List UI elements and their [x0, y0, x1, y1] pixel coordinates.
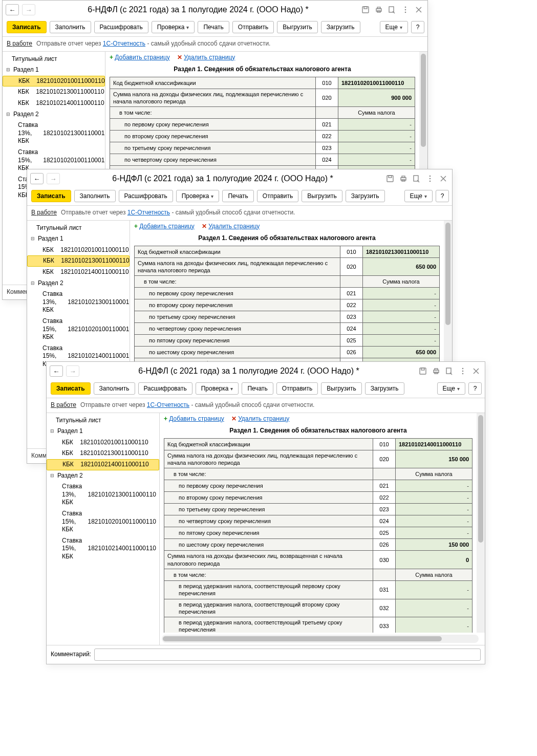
report-status[interactable]: В работе — [7, 40, 32, 48]
kbk-value[interactable]: 18210102130011000110 — [363, 246, 440, 257]
add-page-link[interactable]: Добавить страницу — [139, 223, 194, 230]
sum-total-value[interactable]: 150 000 — [396, 450, 472, 468]
sidebar-kbk-b[interactable]: КБК 18210102130011000110 — [3, 87, 105, 98]
nav-forward-button[interactable]: → — [66, 365, 79, 377]
print-button[interactable]: Печать — [198, 21, 229, 33]
sidebar-title-page[interactable]: Титульный лист — [27, 223, 130, 234]
nav-back-button[interactable]: ← — [30, 173, 44, 184]
cell[interactable]: - — [396, 599, 472, 617]
more-button[interactable]: Еще▾ — [404, 190, 433, 202]
decrypt-button[interactable]: Расшифровать — [119, 190, 173, 202]
cell[interactable]: - — [396, 492, 472, 504]
srok6-value[interactable]: 150 000 — [396, 539, 472, 551]
sum-total-value[interactable]: 650 000 — [363, 257, 440, 276]
cell[interactable]: - — [396, 527, 472, 539]
fill-button[interactable]: Заполнить — [74, 190, 116, 202]
sidebar-kbk-c[interactable]: КБК 18210102140011000110 — [3, 98, 105, 109]
import-button[interactable]: Загрузить — [365, 382, 404, 395]
preview-icon[interactable] — [388, 5, 397, 14]
check-button[interactable]: Проверка▾ — [152, 21, 195, 33]
cell[interactable]: - — [396, 515, 472, 527]
save-icon[interactable] — [361, 5, 370, 14]
nav-forward-button[interactable]: → — [47, 173, 60, 184]
horizontal-scrollbar[interactable] — [162, 635, 479, 643]
srok6-value[interactable]: 650 000 — [363, 347, 440, 358]
decrypt-button[interactable]: Расшифровать — [94, 21, 148, 33]
import-button[interactable]: Загрузить — [321, 21, 360, 33]
kbk-value[interactable]: 18210102010011000110 — [338, 77, 415, 89]
cell[interactable]: - — [338, 119, 415, 131]
import-button[interactable]: Загрузить — [346, 190, 385, 202]
collapse-icon[interactable]: ⊟ — [6, 68, 11, 73]
help-button[interactable]: ? — [436, 190, 449, 202]
cell[interactable]: - — [363, 323, 440, 335]
cell[interactable]: - — [363, 311, 440, 323]
write-button[interactable]: Записать — [31, 190, 71, 202]
kbk-value[interactable]: 18210102140011000110 — [396, 438, 472, 450]
save-icon[interactable] — [418, 366, 427, 376]
sidebar-rate15-a[interactable]: Ставка 15%, КБК18210102010011000110 — [47, 508, 159, 535]
cell[interactable]: - — [396, 617, 472, 633]
decrypt-button[interactable]: Расшифровать — [138, 382, 192, 395]
sidebar-title-page[interactable]: Титульный лист — [3, 54, 105, 65]
preview-icon[interactable] — [445, 366, 454, 376]
more-button[interactable]: Еще▾ — [437, 382, 465, 395]
sum-total-value[interactable]: 900 000 — [338, 89, 415, 107]
sidebar-rate15-a[interactable]: Ставка 15%, КБК18210102010011000110 — [27, 316, 130, 343]
sidebar-kbk-b[interactable]: КБК 18210102130011000110 — [27, 255, 130, 267]
sidebar-section1[interactable]: ⊟Раздел 1 — [47, 426, 159, 437]
sidebar-kbk-b[interactable]: КБК 18210102130011000110 — [47, 448, 159, 459]
kebab-menu-icon[interactable] — [425, 174, 435, 183]
print-icon[interactable] — [399, 174, 408, 183]
close-icon[interactable] — [439, 174, 448, 183]
write-button[interactable]: Записать — [51, 382, 91, 395]
sidebar-section2[interactable]: ⊟Раздел 2 — [47, 470, 159, 482]
collapse-icon[interactable]: ⊟ — [50, 429, 55, 434]
report-status[interactable]: В работе — [31, 209, 57, 217]
delete-page-link[interactable]: Удалить страницу — [238, 415, 289, 422]
fill-button[interactable]: Заполнить — [94, 382, 135, 395]
delete-page-link[interactable]: Удалить страницу — [208, 223, 260, 230]
kebab-menu-icon[interactable] — [401, 5, 410, 14]
cell[interactable]: - — [363, 288, 440, 299]
add-page-link[interactable]: Добавить страницу — [115, 54, 169, 61]
cell[interactable]: - — [396, 480, 472, 492]
reporting-link[interactable]: 1С-Отчетность — [147, 401, 189, 408]
sum-returned-value[interactable]: 0 — [396, 551, 472, 569]
sidebar-kbk-c[interactable]: КБК 18210102140011000110 — [47, 459, 159, 470]
write-button[interactable]: Записать — [7, 21, 47, 33]
print-icon[interactable] — [432, 366, 441, 376]
print-button[interactable]: Печать — [222, 190, 253, 202]
cell[interactable]: - — [396, 580, 472, 599]
export-button[interactable]: Выгрузить — [277, 21, 318, 33]
print-icon[interactable] — [374, 5, 383, 14]
send-button[interactable]: Отправить — [257, 190, 299, 202]
cell[interactable]: - — [338, 154, 415, 166]
sidebar-rate15-c[interactable]: Ставка 15%, КБК18210102140011000110 — [47, 535, 159, 563]
more-button[interactable]: Еще▾ — [380, 21, 408, 33]
close-icon[interactable] — [471, 366, 481, 376]
preview-icon[interactable] — [412, 174, 421, 183]
check-button[interactable]: Проверка▾ — [176, 190, 220, 202]
collapse-icon[interactable]: ⊟ — [50, 473, 55, 478]
export-button[interactable]: Выгрузить — [321, 382, 362, 395]
collapse-icon[interactable]: ⊟ — [30, 236, 35, 242]
sidebar-rate13[interactable]: Ставка 13%, КБК18210102130011000110 — [27, 289, 130, 316]
help-button[interactable]: ? — [468, 382, 482, 395]
sidebar-kbk-a[interactable]: КБК 18210102010011000110 — [47, 437, 159, 448]
nav-back-button[interactable]: ← — [50, 365, 63, 377]
sidebar-kbk-a[interactable]: КБК 18210102010011000110 — [27, 245, 130, 256]
close-icon[interactable] — [414, 5, 423, 14]
collapse-icon[interactable]: ⊟ — [6, 112, 11, 117]
cell[interactable]: - — [396, 504, 472, 515]
kebab-menu-icon[interactable] — [458, 366, 467, 376]
cell[interactable]: - — [363, 335, 440, 347]
export-button[interactable]: Выгрузить — [302, 190, 342, 202]
add-page-link[interactable]: Добавить страницу — [169, 415, 224, 422]
delete-page-link[interactable]: Удалить страницу — [184, 54, 235, 61]
comment-input[interactable] — [94, 649, 481, 661]
cell[interactable]: - — [338, 131, 415, 142]
cell[interactable]: - — [363, 299, 440, 311]
sidebar-title-page[interactable]: Титульный лист — [47, 415, 159, 426]
report-status[interactable]: В работе — [51, 401, 76, 409]
